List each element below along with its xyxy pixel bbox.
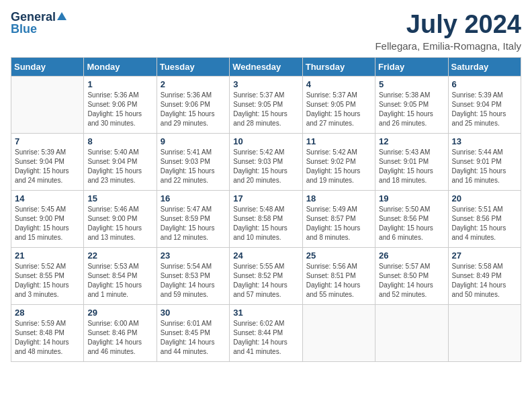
calendar-cell: 15Sunrise: 5:46 AM Sunset: 9:00 PM Dayli… — [84, 190, 157, 247]
day-number: 1 — [87, 79, 152, 89]
calendar-cell: 1Sunrise: 5:36 AM Sunset: 9:06 PM Daylig… — [84, 76, 157, 133]
month-title: July 2024 — [375, 11, 521, 39]
calendar-cell: 10Sunrise: 5:42 AM Sunset: 9:03 PM Dayli… — [230, 133, 302, 190]
logo-blue-text: Blue — [11, 22, 37, 36]
weekday-header-tuesday: Tuesday — [157, 57, 229, 76]
calendar-cell: 21Sunrise: 5:52 AM Sunset: 8:55 PM Dayli… — [11, 247, 84, 304]
day-number: 23 — [161, 250, 226, 261]
day-info: Sunrise: 5:38 AM Sunset: 9:05 PM Dayligh… — [379, 91, 444, 128]
calendar-cell — [375, 304, 448, 361]
calendar-cell: 19Sunrise: 5:50 AM Sunset: 8:56 PM Dayli… — [375, 190, 448, 247]
calendar-cell: 25Sunrise: 5:56 AM Sunset: 8:51 PM Dayli… — [302, 247, 375, 304]
weekday-header-sunday: Sunday — [11, 57, 84, 76]
calendar-cell: 29Sunrise: 6:00 AM Sunset: 8:46 PM Dayli… — [84, 304, 157, 361]
day-number: 10 — [233, 136, 298, 146]
day-info: Sunrise: 6:00 AM Sunset: 8:46 PM Dayligh… — [87, 319, 152, 357]
calendar-cell: 28Sunrise: 5:59 AM Sunset: 8:48 PM Dayli… — [11, 304, 84, 361]
day-number: 2 — [161, 79, 226, 89]
day-number: 16 — [161, 193, 226, 203]
calendar-cell: 31Sunrise: 6:02 AM Sunset: 8:44 PM Dayli… — [230, 304, 302, 361]
logo-general-text: General — [11, 11, 56, 23]
logo-triangle-icon — [57, 12, 66, 20]
weekday-header-friday: Friday — [375, 57, 448, 76]
day-info: Sunrise: 5:37 AM Sunset: 9:05 PM Dayligh… — [233, 91, 298, 128]
day-info: Sunrise: 5:54 AM Sunset: 8:53 PM Dayligh… — [161, 262, 226, 300]
day-info: Sunrise: 5:58 AM Sunset: 8:49 PM Dayligh… — [452, 262, 517, 300]
day-number: 9 — [161, 136, 226, 146]
day-info: Sunrise: 5:52 AM Sunset: 8:55 PM Dayligh… — [15, 262, 80, 300]
day-info: Sunrise: 5:43 AM Sunset: 9:01 PM Dayligh… — [379, 148, 444, 185]
day-number: 18 — [306, 193, 371, 203]
calendar-cell: 12Sunrise: 5:43 AM Sunset: 9:01 PM Dayli… — [375, 133, 448, 190]
calendar-cell: 27Sunrise: 5:58 AM Sunset: 8:49 PM Dayli… — [448, 247, 521, 304]
day-number: 14 — [15, 193, 80, 203]
day-info: Sunrise: 5:42 AM Sunset: 9:02 PM Dayligh… — [306, 148, 371, 185]
day-info: Sunrise: 5:39 AM Sunset: 9:04 PM Dayligh… — [452, 91, 517, 128]
calendar-cell — [448, 304, 521, 361]
calendar-cell — [302, 304, 375, 361]
calendar-cell: 30Sunrise: 6:01 AM Sunset: 8:45 PM Dayli… — [157, 304, 229, 361]
day-number: 8 — [87, 136, 152, 146]
day-number: 6 — [452, 79, 517, 89]
logo: General Blue — [11, 11, 66, 36]
calendar-cell: 9Sunrise: 5:41 AM Sunset: 9:03 PM Daylig… — [157, 133, 229, 190]
weekday-header-monday: Monday — [84, 57, 157, 76]
week-row-1: 1Sunrise: 5:36 AM Sunset: 9:06 PM Daylig… — [11, 76, 521, 133]
calendar-cell: 26Sunrise: 5:57 AM Sunset: 8:50 PM Dayli… — [375, 247, 448, 304]
weekday-header-row: SundayMondayTuesdayWednesdayThursdayFrid… — [11, 57, 521, 76]
day-info: Sunrise: 5:46 AM Sunset: 9:00 PM Dayligh… — [87, 205, 152, 242]
day-info: Sunrise: 5:53 AM Sunset: 8:54 PM Dayligh… — [87, 262, 152, 300]
day-number: 7 — [15, 136, 80, 146]
day-number: 29 — [87, 308, 152, 318]
calendar-cell: 16Sunrise: 5:47 AM Sunset: 8:59 PM Dayli… — [157, 190, 229, 247]
day-info: Sunrise: 5:44 AM Sunset: 9:01 PM Dayligh… — [452, 148, 517, 185]
weekday-header-saturday: Saturday — [448, 57, 521, 76]
day-info: Sunrise: 5:56 AM Sunset: 8:51 PM Dayligh… — [306, 262, 371, 300]
calendar-cell: 17Sunrise: 5:48 AM Sunset: 8:58 PM Dayli… — [230, 190, 302, 247]
day-info: Sunrise: 5:40 AM Sunset: 9:04 PM Dayligh… — [87, 148, 152, 185]
calendar-cell — [11, 76, 84, 133]
day-number: 5 — [379, 79, 444, 89]
day-number: 15 — [87, 193, 152, 203]
day-info: Sunrise: 5:50 AM Sunset: 8:56 PM Dayligh… — [379, 205, 444, 242]
day-info: Sunrise: 5:55 AM Sunset: 8:52 PM Dayligh… — [233, 262, 298, 300]
day-info: Sunrise: 5:37 AM Sunset: 9:05 PM Dayligh… — [306, 91, 371, 128]
day-info: Sunrise: 5:57 AM Sunset: 8:50 PM Dayligh… — [379, 262, 444, 300]
day-info: Sunrise: 5:49 AM Sunset: 8:57 PM Dayligh… — [306, 205, 371, 242]
page-header: General Blue July 2024 Fellegara, Emilia… — [11, 11, 521, 52]
day-number: 28 — [15, 308, 80, 318]
calendar-cell: 11Sunrise: 5:42 AM Sunset: 9:02 PM Dayli… — [302, 133, 375, 190]
day-number: 24 — [233, 250, 298, 261]
week-row-5: 28Sunrise: 5:59 AM Sunset: 8:48 PM Dayli… — [11, 304, 521, 361]
week-row-3: 14Sunrise: 5:45 AM Sunset: 9:00 PM Dayli… — [11, 190, 521, 247]
day-info: Sunrise: 5:59 AM Sunset: 8:48 PM Dayligh… — [15, 319, 80, 357]
day-info: Sunrise: 5:36 AM Sunset: 9:06 PM Dayligh… — [161, 91, 226, 128]
location-title: Fellegara, Emilia-Romagna, Italy — [375, 40, 521, 52]
calendar-cell: 7Sunrise: 5:39 AM Sunset: 9:04 PM Daylig… — [11, 133, 84, 190]
calendar-cell: 14Sunrise: 5:45 AM Sunset: 9:00 PM Dayli… — [11, 190, 84, 247]
day-info: Sunrise: 5:45 AM Sunset: 9:00 PM Dayligh… — [15, 205, 80, 242]
day-number: 20 — [452, 193, 517, 203]
day-number: 11 — [306, 136, 371, 146]
day-number: 25 — [306, 250, 371, 261]
weekday-header-thursday: Thursday — [302, 57, 375, 76]
calendar-table: SundayMondayTuesdayWednesdayThursdayFrid… — [11, 57, 521, 362]
calendar-cell: 13Sunrise: 5:44 AM Sunset: 9:01 PM Dayli… — [448, 133, 521, 190]
day-info: Sunrise: 5:51 AM Sunset: 8:56 PM Dayligh… — [452, 205, 517, 242]
day-number: 3 — [233, 79, 298, 89]
calendar-cell: 4Sunrise: 5:37 AM Sunset: 9:05 PM Daylig… — [302, 76, 375, 133]
day-number: 13 — [452, 136, 517, 146]
calendar-cell: 20Sunrise: 5:51 AM Sunset: 8:56 PM Dayli… — [448, 190, 521, 247]
calendar-cell: 5Sunrise: 5:38 AM Sunset: 9:05 PM Daylig… — [375, 76, 448, 133]
calendar-cell: 22Sunrise: 5:53 AM Sunset: 8:54 PM Dayli… — [84, 247, 157, 304]
week-row-2: 7Sunrise: 5:39 AM Sunset: 9:04 PM Daylig… — [11, 133, 521, 190]
day-info: Sunrise: 5:48 AM Sunset: 8:58 PM Dayligh… — [233, 205, 298, 242]
day-info: Sunrise: 5:36 AM Sunset: 9:06 PM Dayligh… — [87, 91, 152, 128]
day-number: 26 — [379, 250, 444, 261]
calendar-cell: 2Sunrise: 5:36 AM Sunset: 9:06 PM Daylig… — [157, 76, 229, 133]
day-number: 19 — [379, 193, 444, 203]
calendar-cell: 24Sunrise: 5:55 AM Sunset: 8:52 PM Dayli… — [230, 247, 302, 304]
calendar-cell: 8Sunrise: 5:40 AM Sunset: 9:04 PM Daylig… — [84, 133, 157, 190]
weekday-header-wednesday: Wednesday — [230, 57, 302, 76]
day-info: Sunrise: 6:01 AM Sunset: 8:45 PM Dayligh… — [161, 319, 226, 357]
